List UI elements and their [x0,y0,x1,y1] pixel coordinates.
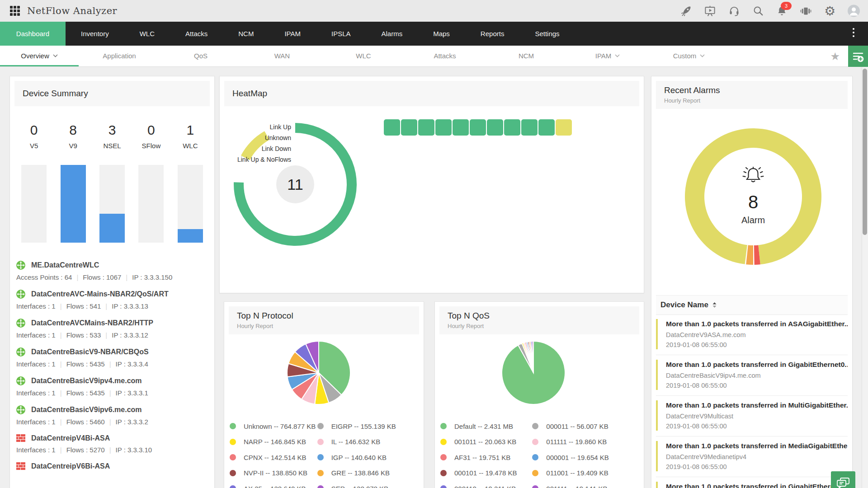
legend-label: AX.25 -- 138.640 KB [244,485,306,488]
sub-nav-tab-overview[interactable]: Overview [0,46,79,66]
main-nav-item-reports[interactable]: Reports [465,22,520,46]
heatmap-cell-unknown[interactable] [556,119,572,136]
alarm-device: DataCentreBasicV9ipv4.me.com [666,372,848,379]
add-dashboard-button[interactable] [848,46,868,67]
heatmap-cell-link-up[interactable] [538,119,555,136]
carousel-icon[interactable] [800,5,812,17]
bar-track [61,165,86,243]
alarm-donut-segment-attention[interactable] [746,245,753,265]
sub-nav-tab-application[interactable]: Application [79,46,160,65]
device-stat-v5[interactable]: 0V5 [14,122,53,150]
heatmap-cell-link-up[interactable] [487,119,503,136]
top-n-qos-panel: Top N QoS Hourly Report Default -- 2.431… [434,301,644,488]
main-nav-item-attacks[interactable]: Attacks [170,22,223,46]
device-link[interactable]: ME.DataCentreWLC [16,261,208,270]
sub-nav-tab-qos[interactable]: QoS [160,46,241,65]
legend-label: IL -- 146.632 KB [331,438,381,446]
sub-nav-tab-ncm[interactable]: NCM [486,46,567,65]
legend-dot [230,470,236,476]
top-bar: NetFlow Analyzer 3 ⚙ [0,0,868,22]
alarm-list-item[interactable]: More than 1.0 packets transferred in Gig… [656,477,848,488]
gear-icon[interactable]: ⚙ [824,5,836,17]
alarm-severity-bar [656,360,658,390]
sub-nav-tab-attacks[interactable]: Attacks [404,46,486,65]
legend-item: IGP -- 140.640 KB [317,450,420,465]
overflow-menu-icon[interactable] [853,28,854,37]
heatmap-cell-link-up[interactable] [504,119,520,136]
main-nav-item-ncm[interactable]: NCM [223,22,269,46]
sub-nav-tab-wlc[interactable]: WLC [323,46,404,65]
sub-nav-tab-wan[interactable]: WAN [241,46,323,65]
rocket-icon[interactable] [680,5,692,17]
main-nav-item-maps[interactable]: Maps [418,22,465,46]
bar-fill-wlc[interactable] [178,229,203,243]
device-list-item: DataCentreipV4Bi-ASAInterfaces : 1|Flows… [16,434,208,454]
recent-alarms-panel: Recent Alarms Hourly Report 8 Alarm Devi… [651,76,853,488]
heatmap-cell-link-up[interactable] [418,119,434,136]
alarm-list-item[interactable]: More than 1.0 packets transferred in Med… [656,436,848,477]
bar-fill-nsel[interactable] [99,214,125,243]
device-name: DataCentreBasicV9-NBAR/CBQoS [31,348,149,356]
heatmap-legend-label: Link Up [229,122,291,132]
heatmap-cell-link-up[interactable] [401,119,417,136]
alarm-list-item[interactable]: More than 1.0 packets transferred in Gig… [656,355,848,396]
detail-divider: | [126,273,127,281]
search-icon[interactable] [752,5,764,17]
device-link[interactable]: DataCentreipV4Bi-ASA [16,434,208,442]
heatmap-cell-link-up[interactable] [384,119,400,136]
device-stat-wlc[interactable]: 1WLC [171,122,210,150]
headset-icon[interactable] [728,5,740,17]
sub-nav-tab-label: Attacks [434,52,456,60]
device-link[interactable]: DataCentreAVCMains-NBAR2/HTTP [16,319,208,328]
device-stat-nsel[interactable]: 3NSEL [93,122,132,150]
device-details: Interfaces : 1|Flows : 541|IP : 3.3.3.13 [16,302,208,310]
device-summary-bar-chart [14,165,210,243]
alarm-list-item[interactable]: More than 1.0 packets transferred in ASA… [656,314,848,355]
main-nav-item-dashboard[interactable]: Dashboard [0,22,66,46]
stat-value: 0 [132,122,170,138]
legend-label: Unknown -- 764.877 KB [244,422,316,430]
sub-nav-tab-custom[interactable]: Custom [648,46,730,65]
main-nav-item-settings[interactable]: Settings [519,22,575,46]
presentation-play-icon[interactable] [704,5,716,17]
stat-label: SFlow [132,142,170,150]
user-avatar[interactable] [848,5,860,17]
chevron-down-icon [696,52,705,60]
device-link[interactable]: DataCentreBasicV9ipv4.me.com [16,376,208,385]
device-link[interactable]: DataCentreBasicV9ipv6.me.com [16,405,208,414]
device-stat-v9[interactable]: 8V9 [53,122,92,150]
alarm-list-item[interactable]: More than 1.0 packets transferred in Mul… [656,396,848,436]
feedback-chat-button[interactable] [831,471,855,488]
legend-label: AF31 -- 19.751 KB [454,454,510,461]
page-scrollbar-thumb[interactable] [863,69,867,235]
bar-fill-v9[interactable] [61,165,86,243]
top-n-protocol-panel: Top N Protocol Hourly Report Unknown -- … [224,301,424,488]
favorite-star-icon[interactable]: ★ [830,46,840,67]
main-nav-item-alarms[interactable]: Alarms [366,22,418,46]
legend-label: NARP -- 146.845 KB [244,438,306,446]
device-summary-panel: Device Summary 0V58V93NSEL0SFlow1WLC ME.… [9,76,215,488]
alarms-subtitle: Hourly Report [664,97,848,104]
heatmap-cell-link-up[interactable] [453,119,469,136]
legend-dot [440,470,447,476]
heatmap-cell-link-up[interactable] [521,119,538,136]
heatmap-cell-link-up[interactable] [435,119,452,136]
main-nav-item-inventory[interactable]: Inventory [66,22,124,46]
main-nav-item-wlc[interactable]: WLC [124,22,170,46]
device-link[interactable]: DataCentreAVC-Mains-NBAR2/QoS/ART [16,290,208,299]
device-name: DataCentreipV4Bi-ASA [31,434,110,442]
firewall-device-icon [16,434,25,442]
sub-nav-tab-ipam[interactable]: IPAM [567,46,648,65]
main-nav-item-ipam[interactable]: IPAM [269,22,316,46]
device-detail: Flows : 5460 [66,418,105,426]
notification-bell-icon[interactable]: 3 [776,5,788,17]
main-nav-item-ipsla[interactable]: IPSLA [316,22,366,46]
heatmap-cell-link-up[interactable] [470,119,486,136]
device-link[interactable]: DataCentreBasicV9-NBAR/CBQoS [16,347,208,357]
apps-grid-icon[interactable] [10,6,20,16]
device-detail: Interfaces : 1 [16,446,56,454]
device-link[interactable]: DataCentreipV6Bi-ASA [16,462,208,470]
alarms-table-header[interactable]: Device Name [656,295,848,315]
device-stat-sflow[interactable]: 0SFlow [132,122,170,150]
sub-nav-tab-label: WLC [356,52,371,60]
